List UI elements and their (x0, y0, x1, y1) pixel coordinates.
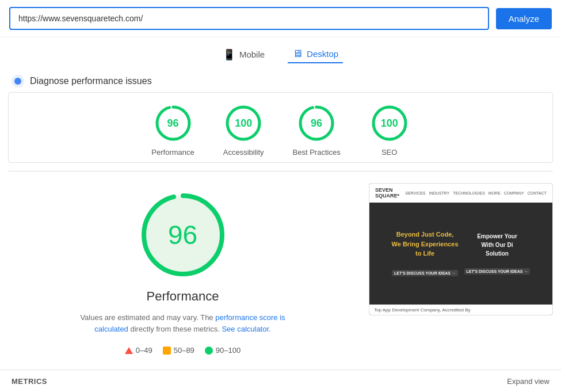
url-input[interactable] (9, 7, 489, 30)
left-panel: 96 Performance Values are estimated and … (8, 183, 357, 358)
metrics-bar: METRICS Expand view (0, 370, 561, 392)
nav-link-industry: INDUSTRY (429, 191, 450, 195)
preview-footer-text: Top App Development Company, Accredited … (369, 305, 552, 315)
score-circle-accessibility: 100 (223, 103, 264, 143)
score-value-seo: 100 (381, 117, 398, 130)
nav-link-contact: CONTACT (528, 191, 547, 195)
score-label-best-practices: Best Practices (293, 148, 341, 157)
score-item-best-practices: 96 Best Practices (293, 103, 341, 157)
expand-view-button[interactable]: Expand view (507, 377, 549, 386)
score-item-accessibility: 100 Accessibility (223, 103, 264, 157)
mobile-icon: 📱 (223, 48, 235, 61)
preview-logo: SEVEN SQUARE* (375, 187, 400, 199)
nav-link-services: SERVICES (405, 191, 425, 195)
tab-mobile-label: Mobile (239, 50, 265, 59)
diagnose-indicator (12, 75, 24, 87)
top-bar: Analyze (0, 0, 561, 37)
score-item-performance: 96 Performance (151, 103, 194, 157)
scores-container: 96 Performance 100 Accessibility 96 Best… (8, 92, 553, 163)
calculator-link[interactable]: See calculator (222, 325, 269, 333)
big-score-label: Performance (147, 289, 219, 304)
legend: 0–49 50–89 90–100 (125, 342, 241, 358)
legend-dot-icon (205, 347, 213, 355)
legend-triangle-icon (125, 347, 133, 354)
right-panel: SEVEN SQUARE* SERVICES INDUSTRY TECHNOLO… (369, 183, 553, 315)
legend-item-green: 90–100 (205, 346, 241, 355)
website-preview: SEVEN SQUARE* SERVICES INDUSTRY TECHNOLO… (369, 184, 552, 315)
diagnose-label: Diagnose performance issues (30, 76, 152, 86)
score-item-seo: 100 SEO (369, 103, 410, 157)
analyze-button[interactable]: Analyze (496, 8, 552, 29)
score-circle-best-practices: 96 (296, 103, 337, 143)
score-value-performance: 96 (167, 117, 179, 130)
legend-range-red: 0–49 (136, 346, 152, 355)
preview-text-right: Empower YourWith Our DiSolution LET'S DI… (464, 232, 531, 275)
desktop-icon: 🖥 (292, 48, 303, 60)
big-score-circle: 96 (137, 189, 229, 281)
preview-body: Beyond Just Code,We Bring Experiencesto … (369, 203, 552, 305)
metrics-label: METRICS (12, 377, 47, 386)
device-tabs: 📱 Mobile 🖥 Desktop (0, 37, 561, 69)
score-circle-seo: 100 (369, 103, 410, 143)
preview-text-left: Beyond Just Code,We Bring Experiencesto … (392, 230, 459, 277)
nav-link-tech: TECHNOLOGIES (453, 191, 485, 195)
legend-item-orange: 50–89 (163, 346, 194, 355)
legend-square-icon (163, 347, 171, 355)
nav-link-more: MORE (489, 191, 501, 195)
preview-nav: SEVEN SQUARE* SERVICES INDUSTRY TECHNOLO… (369, 184, 552, 203)
tab-desktop-label: Desktop (307, 49, 338, 59)
legend-item-red: 0–49 (125, 346, 152, 355)
diagnose-dot-inner (14, 78, 21, 85)
preview-nav-links: SERVICES INDUSTRY TECHNOLOGIES MORE COMP… (405, 191, 547, 195)
score-label-seo: SEO (381, 148, 397, 157)
legend-range-orange: 50–89 (174, 346, 194, 355)
big-score-value: 96 (168, 219, 197, 250)
values-note: Values are estimated and may vary. The p… (74, 312, 292, 334)
legend-range-green: 90–100 (216, 346, 241, 355)
score-label-performance: Performance (151, 148, 194, 157)
diagnose-section: Diagnose performance issues (0, 69, 561, 92)
nav-link-company: COMPANY (504, 191, 524, 195)
main-content: 96 Performance Values are estimated and … (0, 172, 561, 370)
tab-desktop[interactable]: 🖥 Desktop (288, 45, 343, 63)
score-label-accessibility: Accessibility (223, 148, 264, 157)
score-circle-performance: 96 (153, 103, 193, 143)
score-value-accessibility: 100 (235, 117, 252, 130)
tab-mobile[interactable]: 📱 Mobile (218, 45, 269, 63)
score-value-best-practices: 96 (311, 117, 322, 130)
